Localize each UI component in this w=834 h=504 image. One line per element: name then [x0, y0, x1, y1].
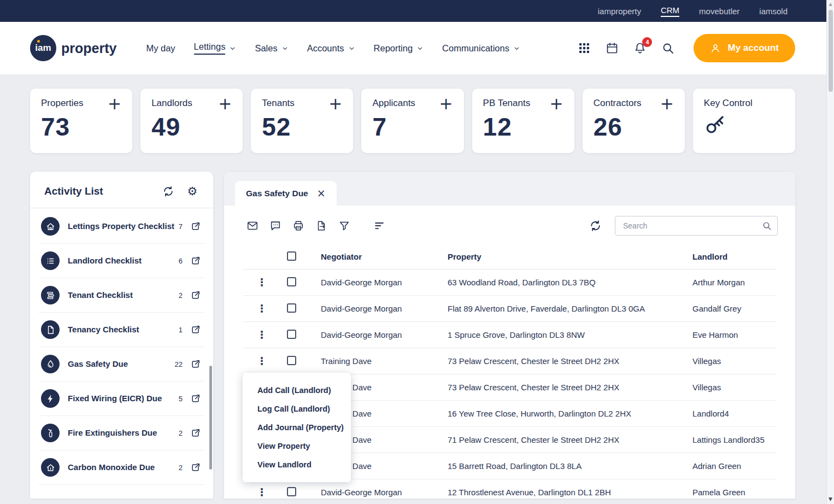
- close-tab-button[interactable]: ×: [317, 188, 326, 198]
- stat-card-pb-tenants[interactable]: PB Tenants+ 12: [472, 89, 574, 153]
- menu-item-add-call-landlord[interactable]: Add Call (Landlord): [243, 381, 351, 400]
- add-landlord-button[interactable]: +: [218, 98, 232, 110]
- table-row[interactable]: ⋮ Training Dave 73 Pelaw Crescent, Chest…: [243, 348, 777, 374]
- sms-button[interactable]: [269, 220, 281, 232]
- select-all-checkbox[interactable]: [287, 251, 296, 261]
- stat-card-landlords[interactable]: Landlords+ 49: [140, 89, 243, 153]
- search-button[interactable]: [661, 41, 676, 55]
- menu-item-view-property[interactable]: View Property: [243, 437, 351, 455]
- search-icon[interactable]: [762, 221, 772, 231]
- menu-item-add-journal-property[interactable]: Add Journal (Property): [243, 418, 351, 437]
- add-tenant-button[interactable]: +: [328, 98, 342, 110]
- nav-sales[interactable]: Sales: [255, 43, 288, 54]
- email-button[interactable]: [246, 220, 259, 232]
- add-property-button[interactable]: +: [108, 98, 121, 110]
- stat-value: 7: [372, 112, 453, 142]
- row-checkbox[interactable]: [287, 356, 296, 365]
- activity-refresh-button[interactable]: [162, 185, 175, 198]
- activity-item-carbon-monoxide-due[interactable]: Carbon Monoxide Due 2: [39, 450, 204, 485]
- row-actions-button[interactable]: ⋮: [255, 487, 268, 497]
- scrollbar-thumb[interactable]: [829, 10, 833, 92]
- column-header-landlord[interactable]: Landlord: [692, 252, 777, 261]
- row-checkbox[interactable]: [287, 277, 296, 286]
- activity-settings-button[interactable]: ⚙: [186, 185, 199, 198]
- activity-item-lettings-property-checklist[interactable]: Lettings Property Checklist 7: [39, 209, 204, 244]
- activity-item-gas-safety-due[interactable]: Gas Safety Due 22: [39, 347, 204, 382]
- cell-property: 73 Pelaw Crescent, Chester le Street DH2…: [448, 383, 692, 392]
- house-alert-icon: [41, 458, 60, 477]
- notifications-button[interactable]: 4: [633, 41, 648, 55]
- open-activity-button[interactable]: [190, 358, 202, 370]
- row-actions-button[interactable]: ⋮: [255, 303, 268, 314]
- scroll-down-arrow-icon[interactable]: ▼: [829, 496, 832, 502]
- nav-accounts[interactable]: Accounts: [307, 43, 355, 54]
- activity-item-tenant-checklist[interactable]: Tenant Checklist 2: [39, 278, 204, 313]
- open-activity-button[interactable]: [190, 427, 202, 439]
- page-scrollbar[interactable]: ▲ ▼: [826, 0, 834, 504]
- iamproperty-logo[interactable]: iam property: [30, 35, 116, 61]
- open-activity-button[interactable]: [190, 289, 202, 301]
- apps-grid-button[interactable]: [578, 41, 592, 55]
- scroll-up-arrow-icon[interactable]: ▲: [829, 2, 832, 7]
- table-row[interactable]: ⋮ David-George Morgan 63 Woodland Road, …: [243, 269, 777, 296]
- row-actions-button[interactable]: ⋮: [255, 330, 268, 340]
- row-actions-button[interactable]: ⋮: [255, 356, 268, 366]
- menu-item-view-landlord[interactable]: View Landlord: [243, 455, 351, 474]
- cell-landlord: Villegas: [692, 356, 777, 366]
- stat-card-properties[interactable]: Properties+ 73: [30, 89, 132, 153]
- stat-value: 52: [262, 112, 342, 142]
- open-activity-button[interactable]: [190, 461, 202, 473]
- nav-lettings[interactable]: Lettings: [194, 42, 237, 55]
- product-link-iamproperty[interactable]: iamproperty: [598, 7, 641, 16]
- activity-item-count: 22: [175, 360, 183, 368]
- tab-gas-safety-due[interactable]: Gas Safety Due ×: [235, 181, 337, 206]
- row-checkbox[interactable]: [287, 303, 296, 313]
- open-activity-button[interactable]: [190, 255, 202, 267]
- row-checkbox[interactable]: [287, 330, 296, 339]
- activity-item-fixed-wiring-due[interactable]: Fixed Wiring (EICR) Due 5: [39, 382, 204, 416]
- nav-my-day[interactable]: My day: [146, 43, 175, 54]
- table-row[interactable]: ⋮ David-George Morgan Flat 89 Alverton D…: [243, 296, 777, 322]
- stat-card-tenants[interactable]: Tenants+ 52: [251, 89, 353, 153]
- stat-card-contractors[interactable]: Contractors+ 26: [583, 89, 685, 153]
- menu-item-log-call-landlord[interactable]: Log Call (Landlord): [243, 400, 351, 418]
- print-button[interactable]: [292, 220, 304, 232]
- product-link-crm[interactable]: CRM: [661, 5, 679, 17]
- sort-button[interactable]: [373, 220, 385, 232]
- table-row[interactable]: ⋮ David-George Morgan 1 Spruce Grove, Da…: [243, 322, 777, 348]
- table-search-input[interactable]: [623, 221, 762, 230]
- row-actions-button[interactable]: ⋮: [255, 277, 268, 288]
- activity-item-fire-extinguishers-due[interactable]: Fire Extinguishers Due 2: [39, 416, 204, 450]
- cell-landlord: Lattings Landlord35: [692, 435, 777, 444]
- person-icon: [710, 43, 721, 54]
- my-account-button[interactable]: My account: [694, 34, 795, 62]
- activity-item-landlord-checklist[interactable]: Landlord Checklist 6: [39, 244, 204, 278]
- activity-item-tenancy-checklist[interactable]: Tenancy Checklist 1: [39, 313, 204, 347]
- nav-label: My day: [146, 43, 175, 54]
- nav-communications[interactable]: Communications: [442, 43, 520, 54]
- nav-reporting[interactable]: Reporting: [374, 43, 424, 54]
- row-checkbox[interactable]: [287, 487, 296, 496]
- stat-value: 49: [151, 112, 232, 142]
- open-activity-button[interactable]: [190, 220, 202, 232]
- product-link-iamsold[interactable]: iamsold: [759, 7, 788, 16]
- stat-label: Applicants: [372, 98, 415, 109]
- calendar-button[interactable]: [606, 41, 620, 55]
- column-header-negotiator[interactable]: Negotiator: [321, 252, 448, 261]
- open-activity-button[interactable]: [190, 392, 202, 405]
- add-applicant-button[interactable]: +: [439, 98, 453, 110]
- column-header-property[interactable]: Property: [448, 252, 692, 261]
- filter-button[interactable]: [338, 220, 350, 232]
- stack-icon: [41, 286, 60, 304]
- stat-card-applicants[interactable]: Applicants+ 7: [361, 89, 463, 153]
- add-pb-tenant-button[interactable]: +: [550, 98, 563, 110]
- table-row[interactable]: ⋮ David-George Morgan 12 Throstlenest Av…: [243, 479, 777, 499]
- export-button[interactable]: [315, 220, 327, 232]
- add-contractor-button[interactable]: +: [660, 98, 674, 110]
- open-activity-button[interactable]: [190, 324, 202, 336]
- product-link-movebutler[interactable]: movebutler: [699, 7, 739, 16]
- stat-card-key-control[interactable]: Key Control: [693, 89, 795, 153]
- table-refresh-button[interactable]: [589, 220, 602, 232]
- activity-list-scrollbar[interactable]: [209, 366, 212, 470]
- cell-property: 15 Barrett Road, Darlington DL3 8LA: [448, 461, 692, 471]
